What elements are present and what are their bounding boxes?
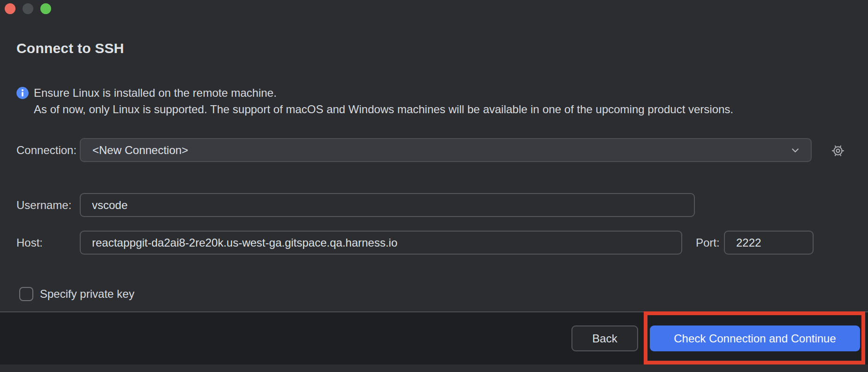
connection-select[interactable]: <New Connection> [80, 138, 812, 162]
notice-line-2: As of now, only Linux is supported. The … [34, 101, 733, 117]
specify-private-key-label[interactable]: Specify private key [40, 287, 134, 301]
window-controls [5, 3, 51, 14]
info-icon [16, 86, 29, 100]
host-label: Host: [16, 236, 43, 249]
specify-private-key-checkbox[interactable] [19, 287, 33, 301]
connect-to-ssh-dialog: Connect to SSH Ensure Linux is installed… [0, 0, 868, 372]
close-window-button[interactable] [5, 3, 15, 14]
connection-settings-button[interactable] [830, 142, 846, 159]
username-label: Username: [16, 199, 71, 212]
minimize-window-button[interactable] [23, 3, 33, 14]
connection-label: Connection: [16, 144, 76, 157]
connection-selected-value: <New Connection> [92, 144, 789, 157]
gear-icon [830, 143, 845, 158]
port-label: Port: [696, 236, 720, 249]
notice-text: Ensure Linux is installed on the remote … [34, 85, 733, 117]
chevron-down-icon [789, 144, 801, 156]
zoom-window-button[interactable] [40, 3, 51, 14]
port-input[interactable] [724, 231, 814, 255]
notice-line-1: Ensure Linux is installed on the remote … [34, 85, 733, 101]
check-connection-and-continue-button[interactable]: Check Connection and Continue [650, 326, 860, 351]
username-input[interactable] [80, 193, 695, 217]
back-button[interactable]: Back [571, 326, 638, 351]
page-title: Connect to SSH [16, 40, 124, 56]
host-input[interactable] [80, 231, 682, 255]
